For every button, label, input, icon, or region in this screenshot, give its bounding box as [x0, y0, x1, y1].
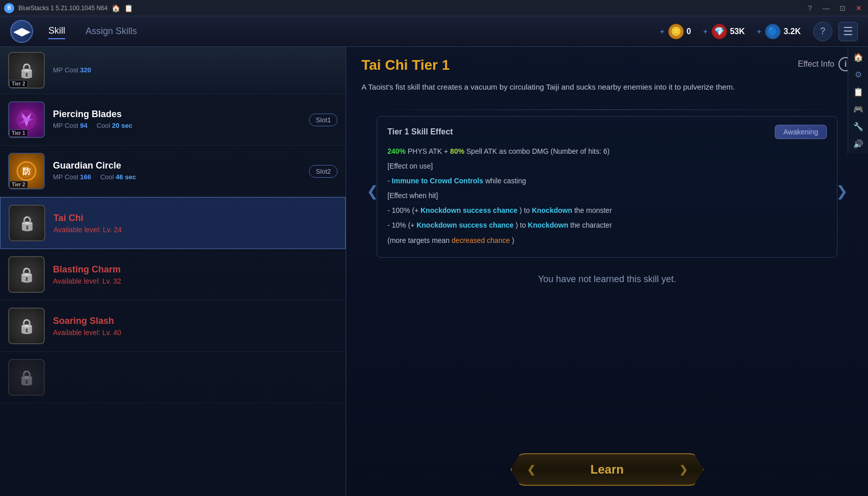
- decreased-chance: decreased chance: [452, 236, 510, 244]
- knockdown-1: Knockdown: [532, 206, 572, 214]
- learn-btn-wrapper: Learn: [361, 448, 853, 486]
- home-icon[interactable]: 🏠: [111, 4, 120, 12]
- skill-item-guardian-circle[interactable]: 防 Tier 2 Guardian Circle MP Cost 166 Coo…: [0, 146, 346, 197]
- currency-red-plus[interactable]: +: [703, 27, 707, 36]
- knockdown-chance-1: Knockdown success chance: [421, 206, 518, 214]
- navbar-icons: ? ☰: [813, 22, 858, 41]
- side-icons-panel: 🏠 ⚙ 📋 🎮 🔧 🔊: [848, 47, 868, 154]
- side-icon-2[interactable]: ⚙: [850, 66, 866, 82]
- effect-close-paren: ): [512, 236, 514, 244]
- skill-mp-guardian: MP Cost 166 Cool 46 sec: [53, 173, 301, 181]
- gold-icon: 🪙: [668, 24, 684, 39]
- effect-content: 240% PHYS ATK + 80% Spell ATK as combo D…: [387, 145, 827, 247]
- minimize-btn[interactable]: —: [821, 3, 831, 13]
- cool-val-piercing: 20 sec: [112, 122, 132, 129]
- bookmark-icon[interactable]: 📋: [124, 4, 133, 12]
- skill-avail-blasting: Available level: Lv. 32: [53, 277, 338, 285]
- skill-item-bottom[interactable]: 🔒: [0, 352, 346, 403]
- skill-item-tai-chi[interactable]: 🔒 Tai Chi Available level: Lv. 24: [0, 197, 346, 249]
- effect-line-2: [Effect on use]: [387, 160, 827, 173]
- skill-name-piercing: Piercing Blades: [53, 109, 301, 120]
- currency-bar: + 🪙 0 + 💎 53K + 🔵 3.2K ? ☰: [660, 22, 858, 41]
- knockdown-2: Knockdown: [528, 221, 568, 229]
- close-btn[interactable]: ✕: [854, 3, 864, 13]
- skill-icon-wrapper-piercing: Tier 1: [8, 101, 45, 138]
- tier-badge-guardian: Tier 2: [9, 181, 28, 188]
- skill-info-piercing: Piercing Blades MP Cost 94 Cool 20 sec: [53, 109, 301, 130]
- effect-line-6: - 10% (+ Knockdown success chance ) to K…: [387, 219, 827, 232]
- learn-button[interactable]: Learn: [511, 453, 704, 486]
- menu-nav-btn[interactable]: ☰: [838, 22, 858, 41]
- effect-section-title: Tier 1 Skill Effect: [387, 127, 453, 136]
- effect-line-1: 240% PHYS ATK + 80% Spell ATK as combo D…: [387, 145, 827, 158]
- effect-section-wrapper: ❮ Tier 1 Skill Effect Awakening 240% PHY…: [377, 116, 837, 266]
- maximize-btn[interactable]: ⊡: [837, 3, 848, 13]
- tab-assign-skills[interactable]: Assign Skills: [86, 24, 137, 39]
- nav-arrow-right[interactable]: ❯: [836, 182, 848, 199]
- blue-value: 3.2K: [783, 27, 801, 36]
- skill-avail-tai-chi: Available level: Lv. 24: [53, 226, 337, 234]
- skill-info-guardian: Guardian Circle MP Cost 166 Cool 46 sec: [53, 160, 301, 182]
- currency-blue-plus[interactable]: +: [757, 27, 761, 36]
- lock-icon-soaring: 🔒: [18, 318, 36, 335]
- effect-dash-1: -: [387, 177, 392, 185]
- app-title: BlueStacks 1 5.21.100.1045 N64: [18, 5, 107, 12]
- red-value: 53K: [730, 27, 745, 36]
- lock-icon-bottom: 🔒: [18, 369, 36, 386]
- blue-currency-icon: 🔵: [765, 24, 780, 39]
- navbar: ◀▶ Skill Assign Skills + 🪙 0 + 💎 53K + 🔵…: [0, 16, 868, 47]
- effect-line-5: - 100% (+ Knockdown success chance ) to …: [387, 204, 827, 217]
- help-nav-btn[interactable]: ?: [813, 22, 832, 41]
- cool-val-guardian: 46 sec: [116, 173, 136, 181]
- skill-icon-wrapper-blasting: 🔒: [8, 256, 45, 293]
- side-icon-6[interactable]: 🔊: [850, 135, 866, 152]
- effect-info-btn[interactable]: Effect Info i: [798, 57, 853, 71]
- skill-item-partial[interactable]: 🔒 Tier 2 MP Cost 320: [0, 47, 346, 94]
- not-learned-text: You have not learned this skill yet.: [361, 274, 853, 285]
- side-icon-5[interactable]: 🔧: [850, 118, 866, 134]
- skill-info-blasting: Blasting Charm Available level: Lv. 32: [53, 264, 338, 285]
- effect-monster: the monster: [574, 206, 612, 214]
- effect-yellow-1: 80%: [450, 147, 464, 155]
- side-icon-3[interactable]: 📋: [850, 84, 866, 100]
- skill-item-soaring-slash[interactable]: 🔒 Soaring Slash Available level: Lv. 40: [0, 300, 346, 352]
- currency-red: + 💎 53K: [703, 24, 745, 39]
- mp-val-guardian: 166: [80, 173, 91, 181]
- slot-badge-guardian: Slot2: [309, 165, 338, 178]
- effect-on-use: [Effect on use]: [387, 162, 433, 170]
- skill-name-soaring: Soaring Slash: [53, 316, 338, 326]
- skill-detail-panel: Tai Chi Tier 1 Effect Info i A Taoist's …: [346, 47, 868, 496]
- skill-item-blasting-charm[interactable]: 🔒 Blasting Charm Available level: Lv. 32: [0, 249, 346, 300]
- nav-logo: ◀▶: [10, 20, 33, 43]
- skill-description: A Taoist's fist skill that creates a vac…: [361, 81, 853, 93]
- red-currency-icon: 💎: [712, 24, 727, 39]
- titlebar: B BlueStacks 1 5.21.100.1045 N64 🏠 📋 ? —…: [0, 0, 868, 16]
- skill-title: Tai Chi Tier 1: [361, 57, 450, 73]
- detail-header: Tai Chi Tier 1 Effect Info i: [361, 57, 853, 73]
- lock-icon-blasting: 🔒: [18, 266, 36, 283]
- side-icon-1[interactable]: 🏠: [850, 49, 866, 65]
- skill-item-piercing-blades[interactable]: Tier 1 Piercing Blades MP Cost 94 Cool 2…: [0, 94, 346, 146]
- titlebar-right: ? — ⊡ ✕: [805, 3, 864, 13]
- awakening-btn[interactable]: Awakening: [775, 125, 827, 139]
- skill-icon-wrapper-soaring: 🔒: [8, 308, 45, 344]
- skill-list-panel: 🔒 Tier 2 MP Cost 320 Tier 1: [0, 47, 346, 496]
- mp-val-piercing: 94: [80, 122, 87, 129]
- side-icon-4[interactable]: 🎮: [850, 101, 866, 117]
- skill-name-tai-chi: Tai Chi: [53, 213, 337, 224]
- skill-name-blasting: Blasting Charm: [53, 264, 338, 275]
- tab-skill[interactable]: Skill: [48, 23, 65, 39]
- currency-gold-plus[interactable]: +: [660, 27, 664, 36]
- skill-mp-partial: MP Cost 320: [53, 66, 338, 74]
- help-btn[interactable]: ?: [805, 3, 815, 13]
- skill-icon-wrapper-partial: 🔒 Tier 2: [8, 52, 45, 89]
- skill-name-guardian: Guardian Circle: [53, 160, 301, 171]
- slot-badge-piercing: Slot1: [309, 114, 338, 126]
- effect-line-3: - Immune to Crowd Controls while casting: [387, 175, 827, 187]
- skill-icon-blasting: 🔒: [8, 256, 45, 293]
- tier-badge-partial: Tier 2: [9, 80, 28, 88]
- currency-blue: + 🔵 3.2K: [757, 24, 801, 39]
- skill-info-partial: MP Cost 320: [53, 66, 338, 75]
- knockdown-chance-2: Knockdown success chance: [416, 221, 514, 229]
- skill-info-tai-chi: Tai Chi Available level: Lv. 24: [53, 213, 337, 234]
